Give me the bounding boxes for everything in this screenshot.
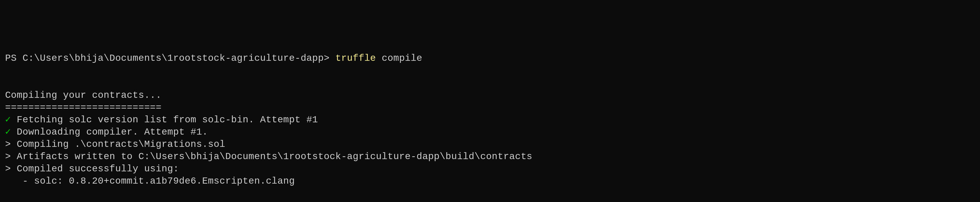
blank-line <box>5 77 975 89</box>
command: truffle <box>335 53 376 64</box>
prompt-line: PS C:\Users\bhija\Documents\1rootstock-a… <box>5 52 975 64</box>
compile-header: Compiling your contracts... <box>5 90 162 100</box>
gt-marker: > <box>5 151 11 162</box>
prompt-suffix: > <box>324 53 335 64</box>
output-line: > Artifacts written to C:\Users\bhija\Do… <box>5 150 975 163</box>
check-icon: ✓ <box>5 127 11 137</box>
output-line: - solc: 0.8.20+commit.a1b79de6.Emscripte… <box>5 175 975 187</box>
output-text: Compiling .\contracts\Migrations.sol <box>11 139 225 150</box>
gt-marker: > <box>5 164 11 174</box>
output-text: Compiled successfully using: <box>11 164 179 174</box>
gt-marker: > <box>5 139 11 150</box>
check-icon: ✓ <box>5 115 11 125</box>
command-arg: compile <box>376 53 422 64</box>
terminal-output: PS C:\Users\bhija\Documents\1rootstock-a… <box>5 52 975 187</box>
prompt-path: C:\Users\bhija\Documents\1rootstock-agri… <box>22 53 324 64</box>
output-text: Fetching solc version list from solc-bin… <box>11 115 318 125</box>
output-line: > Compiled successfully using: <box>5 163 975 175</box>
output-line: > Compiling .\contracts\Migrations.sol <box>5 138 975 150</box>
output-text: Downloading compiler. Attempt #1. <box>11 127 208 137</box>
output-text: Artifacts written to C:\Users\bhija\Docu… <box>11 151 532 162</box>
output-text: - solc: 0.8.20+commit.a1b79de6.Emscripte… <box>5 176 295 186</box>
output-line: ✓ Fetching solc version list from solc-b… <box>5 114 975 126</box>
output-lines: ✓ Fetching solc version list from solc-b… <box>5 114 975 188</box>
ps-prefix: PS <box>5 53 22 64</box>
separator: =========================== <box>5 102 162 113</box>
output-line: ✓ Downloading compiler. Attempt #1. <box>5 126 975 138</box>
